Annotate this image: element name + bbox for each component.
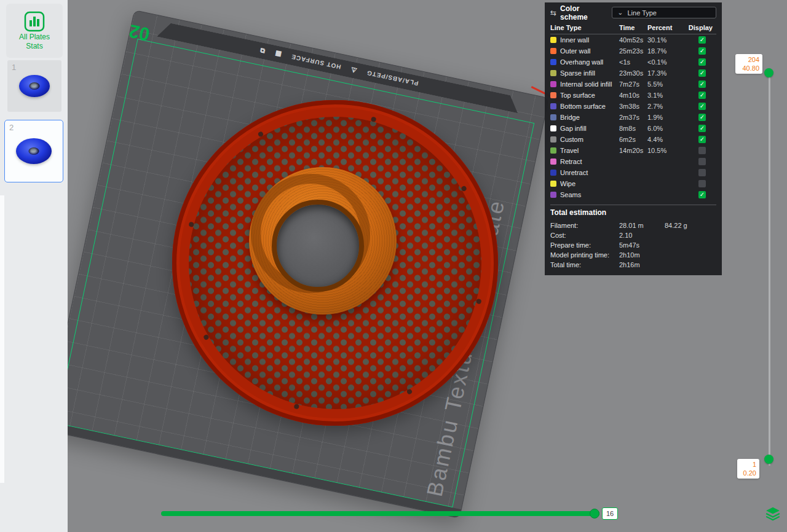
display-checkbox[interactable]: ✓ bbox=[698, 125, 706, 132]
line-type-row: Retract ✓ bbox=[550, 156, 716, 167]
line-type-row: Internal solid infill 7m27s 5.5% ✓ bbox=[550, 79, 716, 90]
layer-slider-bottom-handle[interactable] bbox=[764, 455, 773, 464]
total-value: 2h16m bbox=[619, 261, 665, 268]
display-checkbox[interactable]: ✓ bbox=[698, 169, 706, 176]
checkmark-icon: ✓ bbox=[700, 81, 705, 87]
checkmark-icon: ✓ bbox=[700, 136, 705, 143]
line-color-swatch bbox=[550, 114, 556, 120]
plate-thumbnail-1[interactable]: 1 bbox=[7, 60, 61, 112]
line-type-row: Sparse infill 23m30s 17.3% ✓ bbox=[550, 68, 716, 79]
spool-model-preview bbox=[16, 138, 52, 164]
hot-surface-label: HOT SURFACE bbox=[290, 53, 341, 71]
line-type-label: Travel bbox=[560, 147, 579, 154]
plate-number: 1 bbox=[12, 63, 16, 72]
checkmark-icon: ✓ bbox=[700, 192, 705, 198]
display-checkbox[interactable]: ✓ bbox=[698, 191, 706, 198]
line-color-swatch bbox=[550, 158, 556, 165]
total-row: Model printing time: 2h10m bbox=[550, 250, 716, 260]
line-type-percent: 2.7% bbox=[647, 103, 681, 110]
divider bbox=[550, 205, 716, 205]
line-type-label: Unretract bbox=[560, 169, 588, 176]
col-line-type: Line Type bbox=[550, 24, 619, 31]
display-checkbox[interactable]: ✓ bbox=[698, 114, 706, 121]
line-type-time: 3m38s bbox=[619, 103, 647, 110]
line-color-swatch bbox=[550, 59, 556, 65]
col-percent: Percent bbox=[647, 24, 681, 31]
display-checkbox[interactable]: ✓ bbox=[698, 36, 706, 44]
line-color-swatch bbox=[550, 70, 556, 76]
checkmark-icon: ✓ bbox=[700, 114, 705, 120]
line-type-label: Inner wall bbox=[560, 36, 589, 44]
line-color-swatch bbox=[550, 37, 556, 43]
total-value: 2.10 bbox=[619, 232, 665, 239]
all-plates-stats-button[interactable]: All Plates Stats bbox=[6, 4, 63, 58]
display-checkbox[interactable]: ✓ bbox=[698, 58, 706, 66]
line-type-time: <1s bbox=[619, 58, 647, 66]
display-checkbox[interactable]: ✓ bbox=[698, 69, 706, 77]
layers-icon bbox=[765, 506, 781, 522]
layer-slider-track[interactable] bbox=[769, 69, 770, 466]
view-type-value: Line Type bbox=[627, 9, 657, 17]
display-checkbox[interactable]: ✓ bbox=[698, 92, 706, 99]
total-row: Filament: 28.01 m 84.22 g bbox=[550, 221, 716, 230]
total-label: Prepare time: bbox=[550, 241, 619, 249]
color-scheme-panel: ⇆ Color scheme ⌄ Line Type Line Type Tim… bbox=[545, 2, 722, 275]
display-checkbox[interactable]: ✓ bbox=[698, 47, 706, 55]
display-checkbox[interactable]: ✓ bbox=[698, 158, 706, 165]
total-row: Total time: 2h16m bbox=[550, 260, 716, 270]
line-type-row: Custom 6m2s 4.4% ✓ bbox=[550, 134, 716, 145]
total-value: 2h10m bbox=[619, 251, 665, 259]
view-type-dropdown[interactable]: ⌄ Line Type bbox=[612, 7, 716, 18]
line-type-percent: 6.0% bbox=[647, 125, 681, 132]
line-type-label: Seams bbox=[560, 191, 581, 198]
line-type-label: Bridge bbox=[560, 114, 580, 121]
line-type-time: 2m37s bbox=[619, 114, 647, 121]
line-type-percent: 18.7% bbox=[647, 47, 681, 55]
line-type-percent: 5.5% bbox=[647, 80, 681, 88]
line-type-row: Bottom surface 3m38s 2.7% ✓ bbox=[550, 101, 716, 112]
line-type-percent: 1.9% bbox=[647, 114, 681, 121]
total-label: Filament: bbox=[550, 222, 619, 229]
preview-3d-viewport[interactable]: PLA/ABS/PETG ⚠ HOT SURFACE ▦ ⧉ Bambu Tex… bbox=[68, 0, 787, 532]
line-color-swatch bbox=[550, 192, 556, 198]
display-checkbox[interactable]: ✓ bbox=[698, 136, 706, 143]
line-type-label: Wipe bbox=[560, 180, 575, 187]
checkmark-icon: ✓ bbox=[700, 103, 705, 109]
layer-slider-top-handle[interactable] bbox=[764, 68, 773, 77]
plate-thumbnail-2-selected[interactable]: 2 bbox=[4, 120, 63, 182]
display-checkbox[interactable]: ✓ bbox=[698, 103, 706, 110]
total-label: Model printing time: bbox=[550, 251, 619, 259]
display-checkbox[interactable]: ✓ bbox=[698, 180, 706, 187]
col-display: Display bbox=[689, 24, 713, 31]
line-type-time: 7m27s bbox=[619, 80, 647, 88]
move-slider-handle[interactable] bbox=[590, 509, 599, 518]
move-slider-value-badge: 16 bbox=[602, 507, 618, 520]
line-type-label: Internal solid infill bbox=[560, 80, 612, 88]
move-slider-track[interactable] bbox=[161, 511, 599, 516]
line-type-row: Travel 14m20s 10.5% ✓ bbox=[550, 145, 716, 156]
bottom-layer-height: 0.20 bbox=[740, 469, 756, 477]
all-plates-label-2: Stats bbox=[26, 42, 42, 50]
plate-number: 2 bbox=[9, 123, 14, 132]
line-color-swatch bbox=[550, 147, 556, 154]
spool-model-preview bbox=[19, 75, 50, 97]
total-estimation-title: Total estimation bbox=[550, 208, 716, 217]
plate-sidebar: All Plates Stats 1 2 bbox=[0, 0, 68, 532]
layers-view-button[interactable] bbox=[765, 506, 781, 522]
total-row: Prepare time: 5m47s bbox=[550, 240, 716, 250]
checkmark-icon: ✓ bbox=[700, 125, 705, 131]
line-type-time: 4m10s bbox=[619, 92, 647, 99]
line-type-percent: 4.4% bbox=[647, 136, 681, 143]
chevron-down-icon: ⌄ bbox=[617, 9, 623, 17]
line-color-swatch bbox=[550, 103, 556, 109]
line-type-row: Unretract ✓ bbox=[550, 167, 716, 178]
display-checkbox[interactable]: ✓ bbox=[698, 147, 706, 154]
checkmark-icon: ✓ bbox=[700, 70, 705, 76]
line-type-row: Outer wall 25m23s 18.7% ✓ bbox=[550, 45, 716, 57]
collapsed-panel-handle[interactable] bbox=[0, 195, 4, 483]
line-color-swatch bbox=[550, 125, 556, 131]
line-color-swatch bbox=[550, 48, 556, 54]
line-type-row: Seams ✓ bbox=[550, 189, 716, 200]
display-checkbox[interactable]: ✓ bbox=[698, 80, 706, 88]
checkmark-icon: ✓ bbox=[700, 48, 705, 54]
